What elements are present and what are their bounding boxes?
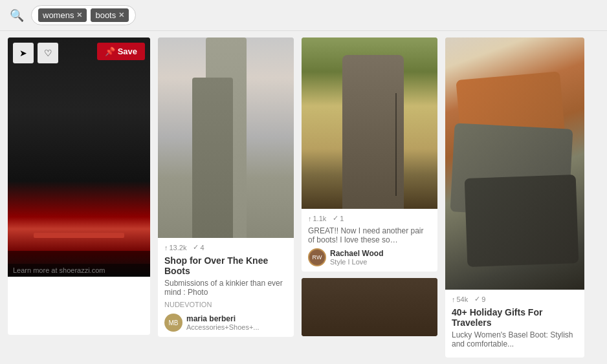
user-row-2: MB maria berberi Accessories+Shoes+... [164,314,287,332]
user-info-3: Rachael Wood Style I Love [330,249,383,266]
pin-image-3 [302,37,437,209]
search-bar[interactable]: womens ✕ boots ✕ [31,5,136,25]
save-button-1[interactable]: 📌 Save [97,43,145,60]
pin-stats-2: ↑ 13.2k ✓ 4 [164,243,287,252]
column-3: ↑ 1.1k ✓ 1 GREAT!! Now I need another pa… [302,37,437,359]
heart-icon: ♡ [44,48,52,58]
likes-count-3: 1 [340,215,344,222]
pin-source-2: NUDEVOTION [164,301,287,308]
pin-image-4 [445,37,584,290]
pin-desc-3: GREAT!! Now I need another pair of boots… [308,226,431,244]
overlay-text-1: Learn more at shoerazzi.com [13,266,105,274]
user-info-2: maria berberi Accessories+Shoes+... [186,314,259,331]
pin-image-2 [158,37,294,238]
tag-boots[interactable]: boots ✕ [91,8,129,22]
column-2: ↑ 13.2k ✓ 4 Shop for Over The Knee Boots… [158,37,294,359]
heart-button-1[interactable]: ♡ [38,43,58,63]
user-name-3: Rachael Wood [330,249,383,258]
tag-boots-label: boots [95,10,116,20]
search-icon: 🔍 [8,6,26,25]
likes-check-icon-3: ✓ [333,214,338,222]
pin-title-2: Shop for Over The Knee Boots [164,255,287,276]
saves-count-4: 54k [457,295,469,303]
likes-count-2: 4 [200,244,204,252]
pin-icon-save: 📌 [105,47,115,56]
pin-card-3: ↑ 1.1k ✓ 1 GREAT!! Now I need another pa… [302,37,437,272]
pin-info-4: ↑ 54k ✓ 9 40+ Holiday Gifts For Traveler… [445,290,584,358]
pin-card-1: ➤ ♡ 📌 Save Learn more at shoerazzi.com [8,37,150,335]
likes-check-icon-4: ✓ [474,295,480,303]
column-1: ➤ ♡ 📌 Save Learn more at shoerazzi.com [8,37,150,359]
likes-stat-3: ✓ 1 [333,214,344,222]
likes-check-icon-2: ✓ [193,243,199,252]
pin-info-3: ↑ 1.1k ✓ 1 GREAT!! Now I need another pa… [302,209,437,272]
likes-count-4: 9 [481,295,485,303]
saves-arrow-icon-2: ↑ [164,244,168,252]
user-name-2: maria berberi [186,314,259,323]
send-button-1[interactable]: ➤ [13,43,34,63]
saves-arrow-icon-3: ↑ [308,215,312,222]
pin-card-5 [302,278,437,336]
saves-count-2: 13.2k [170,244,187,252]
pin-card-4: ↑ 54k ✓ 9 40+ Holiday Gifts For Traveler… [445,37,584,358]
avatar-initials-2: MB [169,319,179,327]
pin-title-4: 40+ Holiday Gifts For Travelers [452,307,578,328]
saves-count-3: 1.1k [313,215,327,222]
pin-desc-4: Lucky Women's Basel Boot: Stylish and co… [452,330,578,348]
header: 🔍 womens ✕ boots ✕ [0,0,607,31]
pin-image-1: ➤ ♡ 📌 Save Learn more at shoerazzi.com [8,37,150,277]
main-content: ➤ ♡ 📌 Save Learn more at shoerazzi.com [0,31,607,364]
saves-stat-4: ↑ 54k [452,295,468,303]
avatar-initials-3: RW [313,254,322,261]
avatar-3: RW [308,248,326,266]
save-label: Save [118,47,137,56]
tag-womens-label: womens [43,10,74,20]
pin-info-2: ↑ 13.2k ✓ 4 Shop for Over The Knee Boots… [158,238,294,337]
pin-stats-4: ↑ 54k ✓ 9 [452,295,578,303]
user-board-3: Style I Love [330,258,383,266]
pin-desc-2: Submissions of a kinkier than ever mind … [164,279,287,297]
pin-stats-3: ↑ 1.1k ✓ 1 [308,214,431,222]
pin-card-2: ↑ 13.2k ✓ 4 Shop for Over The Knee Boots… [158,37,294,337]
saves-stat-2: ↑ 13.2k [164,244,186,252]
user-board-2: Accessories+Shoes+... [186,323,259,331]
tag-womens[interactable]: womens ✕ [38,8,87,22]
pin-overlay-1: Learn more at shoerazzi.com [8,264,150,277]
likes-stat-4: ✓ 9 [474,295,485,303]
user-row-3: RW Rachael Wood Style I Love [308,248,431,266]
column-4: ↑ 54k ✓ 9 40+ Holiday Gifts For Traveler… [445,37,584,359]
tag-womens-close[interactable]: ✕ [76,11,82,19]
likes-stat-2: ✓ 4 [193,243,204,252]
avatar-2: MB [164,314,182,332]
pin-actions-1: ➤ ♡ [13,43,58,63]
saves-stat-3: ↑ 1.1k [308,215,326,222]
send-icon: ➤ [19,48,27,58]
pin-image-5 [302,278,437,336]
saves-arrow-icon-4: ↑ [452,295,456,303]
tag-boots-close[interactable]: ✕ [118,11,124,19]
